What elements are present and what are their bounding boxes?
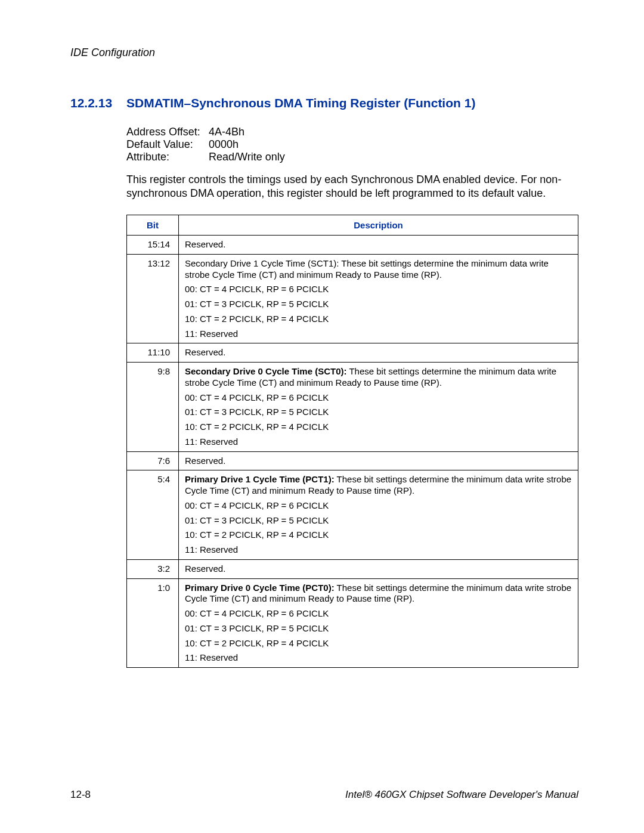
description-line: Reserved. bbox=[185, 347, 572, 358]
description-line: 11: Reserved bbox=[185, 652, 572, 664]
attribute-label: Attribute: bbox=[126, 151, 209, 163]
description-line: Primary Drive 1 Cycle Time (PCT1): These… bbox=[185, 474, 572, 497]
table-row: 3:2Reserved. bbox=[127, 559, 578, 578]
page-number: 12-8 bbox=[70, 789, 91, 801]
description-line: 10: CT = 2 PCICLK, RP = 4 PCICLK bbox=[185, 529, 572, 541]
manual-title: Intel® 460GX Chipset Software Developer'… bbox=[345, 789, 578, 801]
table-row: 11:10Reserved. bbox=[127, 343, 578, 363]
section-heading: 12.2.13 SDMATIM–Synchronous DMA Timing R… bbox=[70, 96, 578, 110]
description-line: 11: Reserved bbox=[185, 329, 572, 340]
bit-cell: 1:0 bbox=[127, 578, 179, 668]
description-cell: Secondary Drive 0 Cycle Time (SCT0): The… bbox=[179, 363, 578, 452]
table-row: 1:0Primary Drive 0 Cycle Time (PCT0): Th… bbox=[127, 578, 578, 668]
bit-cell: 15:14 bbox=[127, 236, 179, 255]
page-footer: 12-8 Intel® 460GX Chipset Software Devel… bbox=[70, 789, 578, 801]
table-row: 7:6Reserved. bbox=[127, 451, 578, 470]
bit-cell: 7:6 bbox=[127, 451, 179, 470]
description-line: Reserved. bbox=[185, 563, 572, 575]
description-line: Secondary Drive 1 Cycle Time (SCT1): The… bbox=[185, 258, 572, 281]
table-header-description: Description bbox=[179, 215, 578, 236]
description-line: 10: CT = 2 PCICLK, RP = 4 PCICLK bbox=[185, 314, 572, 325]
attribute-value: Read/Write only bbox=[209, 151, 285, 163]
description-cell: Reserved. bbox=[179, 343, 578, 363]
default-value-label: Default Value: bbox=[126, 138, 209, 151]
address-offset-value: 4A-4Bh bbox=[209, 126, 244, 138]
description-line: 11: Reserved bbox=[185, 544, 572, 556]
table-row: 9:8Secondary Drive 0 Cycle Time (SCT0): … bbox=[127, 363, 578, 452]
bit-cell: 11:10 bbox=[127, 343, 179, 363]
description-line: 10: CT = 2 PCICLK, RP = 4 PCICLK bbox=[185, 422, 572, 433]
default-value-value: 0000h bbox=[209, 138, 239, 151]
description-cell: Secondary Drive 1 Cycle Time (SCT1): The… bbox=[179, 254, 578, 343]
description-cell: Primary Drive 0 Cycle Time (PCT0): These… bbox=[179, 578, 578, 668]
address-offset-label: Address Offset: bbox=[126, 126, 209, 138]
description-line: 01: CT = 3 PCICLK, RP = 5 PCICLK bbox=[185, 407, 572, 418]
description-cell: Reserved. bbox=[179, 559, 578, 578]
table-row: 13:12Secondary Drive 1 Cycle Time (SCT1)… bbox=[127, 254, 578, 343]
description-line: 00: CT = 4 PCICLK, RP = 6 PCICLK bbox=[185, 608, 572, 620]
description-line: 01: CT = 3 PCICLK, RP = 5 PCICLK bbox=[185, 515, 572, 527]
table-row: 15:14Reserved. bbox=[127, 236, 578, 255]
section-title: SDMATIM–Synchronous DMA Timing Register … bbox=[126, 96, 578, 110]
intro-paragraph: This register controls the timings used … bbox=[126, 173, 578, 200]
description-cell: Reserved. bbox=[179, 451, 578, 470]
description-line: Secondary Drive 0 Cycle Time (SCT0): The… bbox=[185, 366, 572, 389]
bit-cell: 5:4 bbox=[127, 470, 179, 560]
description-line: 00: CT = 4 PCICLK, RP = 6 PCICLK bbox=[185, 392, 572, 404]
description-line: Reserved. bbox=[185, 456, 572, 467]
bit-cell: 3:2 bbox=[127, 559, 179, 578]
description-line: 00: CT = 4 PCICLK, RP = 6 PCICLK bbox=[185, 500, 572, 512]
table-row: 5:4Primary Drive 1 Cycle Time (PCT1): Th… bbox=[127, 470, 578, 560]
register-meta-table: Address Offset: 4A-4Bh Default Value: 00… bbox=[126, 126, 578, 163]
description-line: 01: CT = 3 PCICLK, RP = 5 PCICLK bbox=[185, 623, 572, 634]
bit-cell: 13:12 bbox=[127, 254, 179, 343]
bit-cell: 9:8 bbox=[127, 363, 179, 452]
description-line: Reserved. bbox=[185, 239, 572, 250]
description-line: 11: Reserved bbox=[185, 436, 572, 448]
description-cell: Primary Drive 1 Cycle Time (PCT1): These… bbox=[179, 470, 578, 560]
table-header-bit: Bit bbox=[127, 215, 179, 236]
register-bit-table: Bit Description 15:14Reserved.13:12Secon… bbox=[126, 215, 578, 668]
section-number: 12.2.13 bbox=[70, 96, 112, 110]
description-line: 10: CT = 2 PCICLK, RP = 4 PCICLK bbox=[185, 638, 572, 649]
description-line: Primary Drive 0 Cycle Time (PCT0): These… bbox=[185, 583, 572, 605]
running-head: IDE Configuration bbox=[70, 47, 578, 59]
description-line: 01: CT = 3 PCICLK, RP = 5 PCICLK bbox=[185, 299, 572, 310]
description-cell: Reserved. bbox=[179, 236, 578, 255]
description-line: 00: CT = 4 PCICLK, RP = 6 PCICLK bbox=[185, 284, 572, 295]
